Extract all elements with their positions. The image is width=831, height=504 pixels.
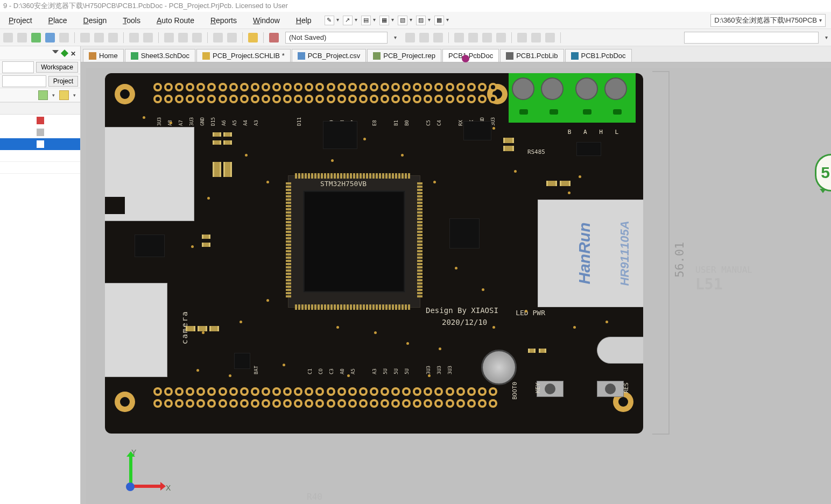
toolbar-btn-3[interactable] (31, 33, 41, 42)
smd (202, 235, 210, 239)
toolbar-right-group (405, 32, 562, 43)
menu-autoroute[interactable]: Auto RouteAuto Route (153, 14, 198, 27)
date-label: 2020/12/10 (442, 318, 487, 326)
tab-csv[interactable]: PCB_Project.csv (292, 49, 367, 62)
terminal-b (572, 73, 636, 123)
project-row: Project (0, 74, 80, 88)
tab-pcbdoc-active[interactable]: PCB1.PcbDoc (442, 49, 499, 62)
terminal-blocks (509, 73, 636, 123)
tool-f-icon[interactable] (482, 33, 492, 42)
title-text: 9 - D:\360安全浏览器下载\H750PCB\PCB1.PcbDoc - … (3, 2, 288, 10)
green-cube-icon[interactable] (38, 90, 48, 100)
tab-label: Home (99, 52, 118, 60)
grid-icon[interactable]: ▩ (434, 16, 444, 25)
smd (213, 162, 221, 177)
cube-icon[interactable]: ▦ (379, 16, 389, 25)
saved-state-dropdown[interactable]: (Not Saved) (285, 32, 388, 44)
project-dropdown[interactable] (2, 75, 46, 87)
list-item[interactable] (0, 150, 80, 162)
workspace-button[interactable]: Workspace (36, 62, 78, 73)
close-icon[interactable]: ✕ (71, 50, 77, 56)
smd (539, 349, 546, 353)
menu-reports[interactable]: ReportsReports (207, 14, 240, 27)
chevron-down-icon[interactable]: ▾ (819, 17, 822, 23)
menu-tools[interactable]: ToolsTools (119, 14, 144, 27)
pcb-icon (571, 52, 579, 60)
marquee-icon[interactable] (143, 33, 153, 42)
tool-c-icon[interactable] (433, 33, 443, 42)
path-box[interactable]: D:\360安全浏览器下载\H750PCB ▾ (710, 14, 826, 27)
menu-design[interactable]: DesignDesign (80, 14, 110, 27)
tool-g-icon[interactable] (496, 33, 506, 42)
separator (158, 32, 159, 43)
tab-sheet3[interactable]: Sheet3.SchDoc (125, 49, 195, 62)
chevron-down-icon[interactable]: ▾ (73, 93, 76, 98)
smd (528, 349, 536, 353)
magnifier-icon[interactable] (269, 33, 279, 42)
menu-project[interactable]: PProjectroject (5, 14, 36, 27)
cross-icon[interactable] (164, 33, 174, 42)
indicator-value: 5 (821, 164, 830, 182)
zoom-icon[interactable] (192, 33, 202, 42)
mcu-pins (286, 182, 291, 301)
toolbar-btn-2[interactable] (17, 33, 27, 42)
list-header (0, 103, 80, 115)
pencil-icon[interactable]: ✎ (325, 16, 334, 25)
menu-place[interactable]: PlacePlace (45, 14, 71, 27)
chevron-down-icon[interactable]: ▾ (825, 34, 828, 40)
pin-header-bottom (153, 387, 498, 396)
sd-card-slot (105, 127, 194, 221)
project-button[interactable]: Project (48, 76, 78, 87)
chevron-down-icon[interactable]: ▾ (394, 34, 397, 40)
list-item[interactable] (0, 162, 80, 174)
tool-e-icon[interactable] (468, 33, 478, 42)
palette-icon[interactable]: ▨ (416, 16, 426, 25)
redo-icon[interactable] (227, 33, 237, 42)
paste-icon[interactable] (108, 33, 118, 42)
select-icon[interactable] (129, 33, 139, 42)
copy-icon[interactable] (94, 33, 104, 42)
stack-icon[interactable]: ▤ (361, 16, 371, 25)
tab-home[interactable]: Home (83, 49, 124, 62)
tab-pcbdoc2[interactable]: PCB1.PcbDoc (565, 49, 632, 62)
yellow-cube-icon[interactable] (59, 90, 69, 100)
empty-dropdown[interactable] (684, 32, 819, 44)
menu-help[interactable]: HelpHelp (293, 14, 315, 27)
list-item-selected[interactable] (0, 138, 80, 150)
tab-label: PCB_Project.csv (308, 52, 361, 60)
smd (213, 132, 221, 137)
cut-icon[interactable] (80, 33, 90, 42)
pcb-3d-viewport[interactable]: 3U3A8A73U3GNDD15A6A5A4A3D11D9D8E7E8B1B0C… (81, 62, 831, 504)
line-icon[interactable] (517, 33, 527, 42)
pin-icon[interactable] (61, 49, 68, 56)
tab-pcblib[interactable]: PCB1.PcbLib (500, 49, 564, 62)
tab-schlib[interactable]: PCB_Project.SCHLIB * (196, 49, 291, 62)
smd (213, 140, 221, 145)
doc-icon[interactable]: ▧ (398, 16, 407, 25)
list-item[interactable] (0, 115, 80, 126)
brush-icon[interactable] (248, 33, 258, 42)
dimension-value: 56.01 (673, 242, 686, 278)
report-icon (373, 52, 381, 60)
workspace-dropdown[interactable] (2, 61, 34, 73)
tool-d-icon[interactable] (454, 33, 464, 42)
toolbar-btn-4[interactable] (45, 33, 55, 42)
menu-window[interactable]: WindowWindow (250, 14, 283, 27)
fill-icon[interactable] (545, 33, 555, 42)
sparkle-icon[interactable] (178, 33, 188, 42)
side-note-bot: L51 (695, 275, 723, 293)
mounting-hole (115, 392, 135, 412)
undo-icon[interactable] (213, 33, 223, 42)
icon-row: ▾ ▾ (0, 88, 80, 102)
tab-rep[interactable]: PCB_Project.rep (367, 49, 441, 62)
toolbar-btn-1[interactable] (3, 33, 13, 42)
collapse-icon[interactable] (52, 50, 59, 56)
toolbar-btn-5[interactable] (59, 33, 69, 42)
list-item[interactable] (0, 126, 80, 138)
text-icon[interactable] (531, 33, 541, 42)
arrow-icon[interactable]: ↗ (343, 16, 353, 25)
tool-b-icon[interactable] (419, 33, 429, 42)
ethernet-model: HR911105A (618, 221, 632, 286)
chevron-down-icon[interactable]: ▾ (52, 93, 55, 98)
tool-a-icon[interactable] (405, 33, 415, 42)
